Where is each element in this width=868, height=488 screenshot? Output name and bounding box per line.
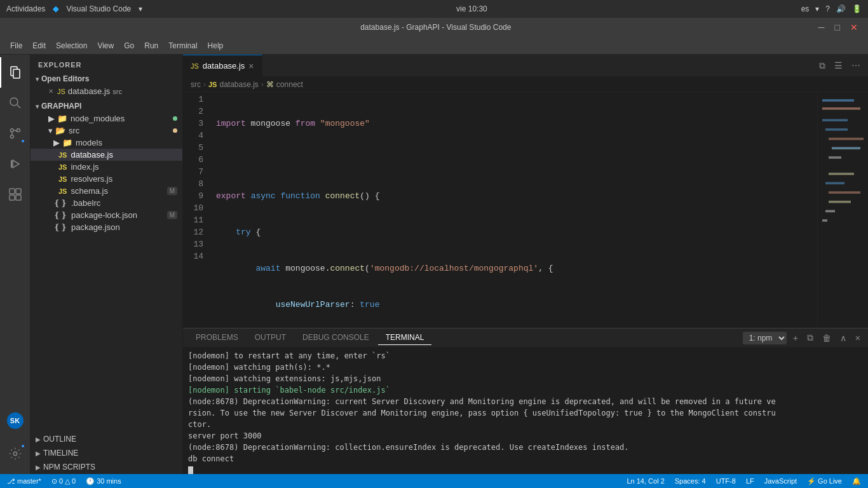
toggle-sidebar-button[interactable]: ☰	[832, 59, 845, 72]
models-label: models	[76, 138, 102, 147]
npm-scripts-toggle[interactable]: ▶ NPM SCRIPTS	[31, 460, 182, 474]
code-content[interactable]: import mongoose from "mongoose" export a…	[211, 92, 817, 328]
svg-point-6	[17, 129, 20, 132]
terminal-selector[interactable]: 1: npm	[743, 332, 787, 344]
errors-status[interactable]: ⊙ 0 △ 0	[50, 477, 78, 485]
svg-marker-7	[13, 160, 19, 168]
close-button[interactable]: ✕	[846, 22, 862, 32]
terminal-content[interactable]: [nodemon] to restart at any time, enter …	[183, 348, 868, 474]
minimize-button[interactable]: ─	[815, 22, 829, 32]
menubar: File Edit Selection View Go Run Terminal…	[0, 37, 868, 55]
src-folder-icon: 📂	[55, 126, 65, 135]
pkg-name: package.json	[71, 222, 120, 232]
tab-close-button[interactable]: ×	[248, 61, 254, 71]
code-line-5: await mongoose.connect('mongodb://localh…	[216, 262, 817, 274]
sidebar-item-src[interactable]: ▾ 📂 src	[31, 125, 182, 137]
panel-maximize-button[interactable]: ∧	[837, 332, 849, 344]
activity-settings[interactable]	[0, 438, 31, 469]
panel-close-button[interactable]: ×	[853, 332, 863, 344]
svg-rect-12	[16, 195, 21, 200]
encoding-status[interactable]: UTF-8	[714, 477, 738, 485]
open-editors-toggle[interactable]: ▾ Open Editors	[31, 72, 182, 85]
line-numbers: 1 2 3 4 5 6 7 8 9 10 11 12 13 14	[183, 92, 211, 328]
ln8: 8	[191, 178, 203, 190]
sidebar-item-babelrc[interactable]: ❴❵ .babelrc	[31, 197, 182, 209]
panel-tab-terminal[interactable]: TERMINAL	[378, 330, 432, 345]
menu-selection[interactable]: Selection	[51, 39, 92, 53]
sidebar-item-package-lock[interactable]: ❴❵ package-lock.json M	[31, 209, 182, 221]
breadcrumb-file[interactable]: database.js	[219, 80, 258, 89]
cursor-position-status[interactable]: Ln 14, Col 2	[625, 477, 666, 485]
sidebar-item-resolvers-js[interactable]: JS resolvers.js	[31, 173, 182, 185]
tab-js-icon: JS	[191, 62, 199, 70]
svg-line-3	[17, 105, 20, 108]
activity-extensions[interactable]	[0, 179, 31, 210]
models-folder-icon: 📁	[62, 138, 72, 147]
activity-search[interactable]	[0, 88, 31, 118]
git-branch-name: master*	[17, 477, 41, 485]
term-line-2: [nodemon] watching path(s): *.*	[188, 362, 863, 373]
panel-tab-output[interactable]: OUTPUT	[247, 330, 294, 345]
more-actions-button[interactable]: ⋯	[849, 59, 863, 72]
sidebar-bottom: ▶ OUTLINE ▶ TIMELINE ▶ NPM SCRIPTS	[31, 432, 182, 474]
os-battery[interactable]: 🔋	[852, 4, 862, 13]
open-editor-database-js[interactable]: ✕ JS database.js src	[31, 85, 182, 97]
language-status[interactable]: JavaScript	[763, 477, 799, 485]
activity-scm[interactable]	[0, 118, 31, 149]
os-lang[interactable]: es	[801, 4, 810, 13]
spaces-status[interactable]: Spaces: 4	[673, 477, 708, 485]
sidebar-item-database-js[interactable]: JS database.js	[31, 149, 182, 161]
term-line-5: (node:8678) DeprecationWarning: current …	[188, 396, 863, 430]
sidebar-item-node-modules[interactable]: ▶ 📁 node_modules	[31, 112, 182, 125]
breadcrumb-src[interactable]: src	[191, 80, 201, 89]
babelrc-name: .babelrc	[71, 198, 100, 208]
menu-view[interactable]: View	[92, 39, 119, 53]
menu-go[interactable]: Go	[119, 39, 139, 53]
menu-help[interactable]: Help	[203, 39, 229, 53]
spaces-label: Spaces: 4	[675, 477, 706, 485]
code-area[interactable]: 1 2 3 4 5 6 7 8 9 10 11 12 13 14 import …	[183, 92, 817, 328]
split-editor-button[interactable]: ⧉	[817, 59, 828, 72]
menu-file[interactable]: File	[5, 39, 27, 53]
sync-status[interactable]: 🕐 30 mins	[84, 477, 123, 485]
panel-tab-problems[interactable]: PROBLEMS	[188, 330, 246, 345]
os-volume[interactable]: 🔊	[836, 4, 846, 13]
sidebar-item-schema-js[interactable]: JS schema.js M	[31, 185, 182, 197]
activity-debug[interactable]	[0, 149, 31, 179]
minimap	[817, 92, 868, 328]
os-help[interactable]: ?	[825, 4, 830, 13]
outline-toggle[interactable]: ▶ OUTLINE	[31, 432, 182, 446]
menu-edit[interactable]: Edit	[27, 39, 51, 53]
breadcrumb-function[interactable]: connect	[276, 80, 303, 89]
os-activities[interactable]: Actividades	[6, 4, 45, 13]
menu-terminal[interactable]: Terminal	[163, 39, 202, 53]
sidebar-item-package-json[interactable]: ❴❵ package.json	[31, 221, 182, 233]
vscode-app-name[interactable]: Visual Studio Code	[66, 4, 131, 13]
menu-run[interactable]: Run	[139, 39, 163, 53]
line-ending-status[interactable]: LF	[744, 477, 756, 485]
maximize-button[interactable]: □	[831, 22, 844, 32]
tab-database-js[interactable]: JS database.js ×	[183, 55, 262, 76]
kill-terminal-button[interactable]: 🗑	[820, 332, 834, 344]
go-live-label: Go Live	[818, 477, 842, 485]
panel-tab-debug-console[interactable]: DEBUG CONSOLE	[295, 330, 377, 345]
sidebar-item-index-js[interactable]: JS index.js	[31, 161, 182, 173]
timeline-toggle[interactable]: ▶ TIMELINE	[31, 446, 182, 460]
error-icon: ⊙	[51, 477, 57, 485]
status-bar-right: Ln 14, Col 2 Spaces: 4 UTF-8 LF JavaScri…	[625, 477, 863, 485]
minimap-svg	[819, 93, 868, 327]
models-arrow: ▶	[53, 138, 60, 147]
project-toggle[interactable]: ▾ GRAPHAPI	[31, 100, 182, 112]
git-branch-status[interactable]: ⎇ master*	[5, 477, 43, 485]
go-live-status[interactable]: ⚡ Go Live	[805, 477, 844, 485]
activity-explorer[interactable]	[0, 57, 31, 88]
new-terminal-button[interactable]: +	[790, 332, 801, 344]
activity-account[interactable]: SK	[0, 405, 31, 436]
term-line-4: [nodemon] starting `babel-node src/index…	[188, 384, 863, 396]
split-terminal-button[interactable]: ⧉	[804, 331, 816, 344]
ln12: 12	[191, 226, 203, 238]
sidebar-item-models[interactable]: ▶ 📁 models	[31, 137, 182, 149]
svg-rect-20	[829, 156, 841, 159]
notification-status[interactable]: 🔔	[850, 477, 863, 485]
svg-rect-1	[13, 69, 20, 78]
